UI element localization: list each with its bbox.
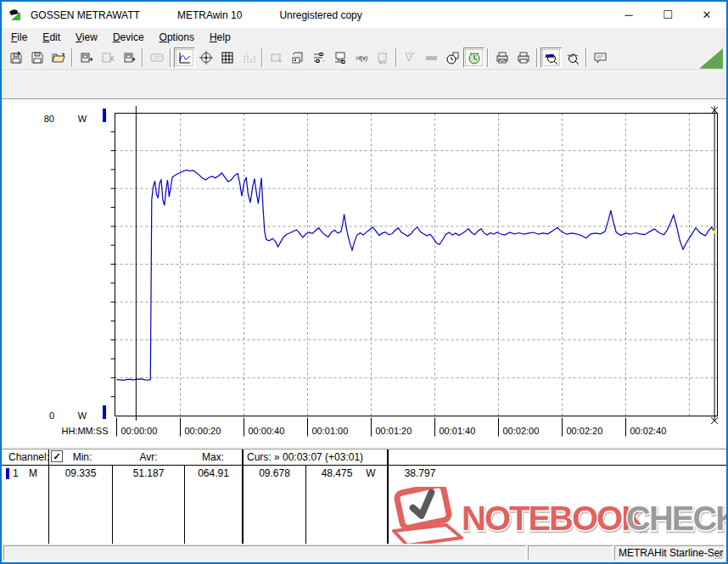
minimize-button[interactable]: ─ [609,2,648,28]
toolbar-button-bar-graph [238,47,259,68]
column-divider [242,450,244,544]
save-as-icon [31,51,44,64]
brand-corner-icon [697,48,723,69]
toolbar-separator [395,48,397,67]
toolbar-button-device-transfer [372,47,393,68]
svg-text:1257: 1257 [153,55,162,60]
menu-help[interactable]: Help [202,29,238,46]
close-button[interactable]: ✕ [687,2,726,28]
x-tick-label: 00:01:20 [376,426,412,436]
menu-device[interactable]: Device [105,29,152,46]
snapshot-icon [270,51,283,64]
statusbar-segment [3,545,526,561]
toolbar-button-monitor-settings[interactable] [329,47,350,68]
toolbar-separator [487,48,489,67]
app-logo-icon [8,8,24,22]
toolbar-button-device-clear [97,47,118,68]
x-tick-label: 00:01:00 [312,426,349,436]
header-max: Max: [186,451,240,463]
open-folder-icon [52,51,65,64]
y-unit-label: W [78,114,87,124]
column-divider [184,466,185,544]
toolbar-button-channel-settings[interactable] [308,47,329,68]
menu-options[interactable]: Options [152,29,202,46]
channel-marker-bottom [103,405,106,419]
timer-icon [468,51,481,64]
cell-avr: 51.187 [113,467,184,479]
x-tick-label: 00:02:00 [503,426,540,436]
toolbar-button-formula-fx[interactable]: =f(x) [350,47,372,68]
bar-graph-icon [242,51,255,64]
cell-channel-no: 1 [13,467,19,479]
cell-cursor-right: 48.475 [307,467,367,479]
toolbar-button-zoom-time[interactable] [540,47,562,68]
x-tick-label: 00:00:00 [121,426,158,436]
header-channel: Channel: [8,451,49,463]
x-axis-label: HH:MM:SS [62,426,109,436]
license-status: Unregistered copy [279,9,361,21]
table-header-row: Channel: ✓ Min: Avr: Max: Curs: » 00:03:… [2,450,728,465]
toolbar-button-trigger-curve [400,47,421,68]
toolbar-button-record-waves [421,47,442,68]
toolbar-button-time-record[interactable] [442,47,463,68]
display-values-icon: 1257 [150,51,164,64]
device-read-icon [80,51,93,64]
resize-grip[interactable] [713,549,724,560]
toolbar-button-print-mail[interactable] [491,47,512,68]
svg-text:=f(x): =f(x) [356,55,367,62]
maximize-button[interactable]: ☐ [648,2,687,28]
curve-view-icon [178,51,192,64]
toolbar-button-device-read[interactable] [76,47,97,68]
toolbar-button-save-as[interactable] [26,47,48,68]
toolbar-separator [170,48,171,67]
toolbar-button-open-folder[interactable] [48,47,69,68]
caption-buttons: ─ ☐ ✕ [609,2,726,28]
cell-mode: M [29,467,37,479]
toolbar-button-device-save[interactable] [287,47,308,68]
table-row[interactable]: 1 M 09.335 51.187 064.91 09.678 48.475 W… [2,466,728,481]
cell-cursor-unit: W [362,467,379,479]
x-tick-label: 00:02:40 [630,426,667,436]
toolbar-button-annotation[interactable] [590,47,611,68]
crosshair-view-icon [199,51,213,64]
cell-max: 064.91 [185,467,242,479]
monitor-settings-icon [333,51,347,64]
results-table: Channel: ✓ Min: Avr: Max: Curs: » 00:03:… [2,449,728,544]
formula-fx-icon: =f(x) [355,51,368,64]
toolbar-separator [71,48,73,67]
device-send-icon [122,51,136,64]
y-unit-label: W [78,410,87,421]
column-divider [387,450,389,544]
menu-edit[interactable]: Edit [35,29,68,46]
device-transfer-icon [376,51,389,64]
annotation-icon [594,51,608,64]
zoom-shape-icon [566,51,580,64]
toolbar-button-device-send[interactable] [118,47,139,68]
channel-settings-icon [312,51,326,64]
menu-view[interactable]: View [68,29,105,46]
toolbar-button-save-file[interactable] [5,47,26,68]
toolbar-button-print[interactable] [512,47,534,68]
toolbar-button-table-view[interactable] [216,47,238,68]
cell-delta: 38.797 [390,467,450,479]
app-title: GOSSEN METRAWATT [31,9,140,21]
chart-canvas[interactable]: 00:00:0000:00:2000:00:4000:01:0000:01:20… [2,99,728,448]
menu-file[interactable]: File [3,29,35,46]
cell-cursor-left: 09.678 [244,467,305,479]
toolbar-separator [536,48,538,67]
toolbar-button-display-values: 1257 [146,47,167,68]
trigger-curve-icon [404,51,417,64]
toolbar: 1257=f(x) [2,46,726,70]
toolbar-button-zoom-shape[interactable] [562,47,583,68]
header-min: Min: [53,451,112,463]
channel-color-marker [6,468,9,479]
toolbar-button-crosshair-view[interactable] [195,47,216,68]
toolbar-button-timer[interactable] [463,47,484,68]
time-record-icon [446,51,460,64]
toolbar-button-curve-view[interactable] [174,47,195,68]
header-cursor: Curs: » 00:03:07 (+03:01) [247,451,363,463]
channel-marker-top [103,109,106,122]
status-bar: METRAHit Starline-Seri [2,544,726,562]
device-save-icon [291,51,305,64]
status-panel: Trig: OFF Chan: 123456789 Status: Browsi… [2,70,726,98]
